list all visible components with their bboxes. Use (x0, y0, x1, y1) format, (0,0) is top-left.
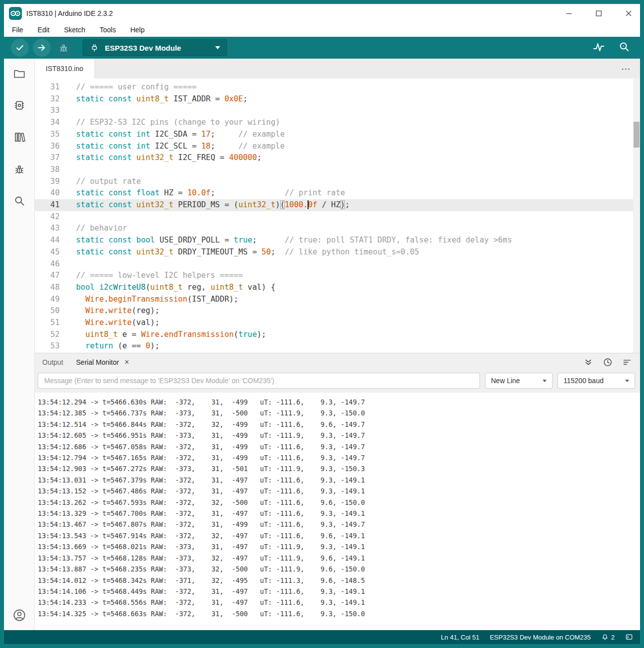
debug-sidebar-icon[interactable] (12, 162, 26, 176)
arrow-right-icon (37, 43, 47, 53)
baud-rate-select[interactable]: 115200 baud (558, 373, 635, 389)
clear-output-icon[interactable] (622, 357, 633, 368)
code-line-41[interactable]: 41static const uint32_t PERIOD_MS = (uin… (35, 199, 640, 211)
code-text: static const uint32_t DRDY_TIMEOUT_MS = … (76, 246, 419, 258)
code-line-39[interactable]: 39// output rate (35, 176, 640, 188)
notification-count: 2 (611, 634, 615, 641)
line-number: 36 (35, 141, 60, 153)
serial-message-input[interactable] (38, 373, 480, 389)
code-line-33[interactable]: 33 (35, 105, 640, 117)
toolbar-right (592, 41, 633, 55)
board-port-status[interactable]: ESP32S3 Dev Module on COM235 (490, 634, 591, 641)
serial-monitor-icon[interactable] (618, 41, 630, 55)
library-manager-icon[interactable] (12, 130, 26, 144)
code-line-47[interactable]: 47// ===== low-level I2C helpers ===== (35, 270, 640, 282)
code-line-32[interactable]: 32static const uint8_t IST_ADDR = 0x0E; (35, 93, 640, 105)
chevron-down-icon (215, 46, 220, 49)
serial-output[interactable]: 13:54:12.294 -> t=5466.630s RAW: -372, 3… (35, 393, 640, 630)
code-text: Wire.write(reg); (76, 305, 160, 317)
menu-sketch[interactable]: Sketch (62, 25, 87, 35)
menu-tools[interactable]: Tools (98, 25, 118, 35)
arduino-ide-window: IST8310 | Arduino IDE 2.3.2 File Edit Sk… (0, 0, 644, 648)
usb-icon (89, 43, 99, 53)
output-tab-label: Output (42, 358, 63, 366)
code-text: static const uint8_t IST_ADDR = 0x0E; (76, 93, 247, 105)
code-line-36[interactable]: 36static const int I2C_SCL = 18; // exam… (35, 141, 640, 153)
minimize-button[interactable] (565, 10, 572, 17)
code-line-42[interactable]: 42 (35, 211, 640, 223)
timestamp-toggle-icon[interactable] (602, 357, 613, 368)
code-line-37[interactable]: 37static const uint32_t I2C_FREQ = 40000… (35, 152, 640, 164)
code-line-44[interactable]: 44static const bool USE_DRDY_POLL = true… (35, 235, 640, 246)
line-ending-select[interactable]: New Line (485, 373, 553, 389)
boards-manager-icon[interactable] (12, 98, 26, 112)
line-number: 41 (35, 199, 60, 211)
scrollbar-thumb[interactable] (634, 122, 640, 148)
serial-line: 13:54:12.294 -> t=5466.630s RAW: -372, 3… (38, 397, 640, 407)
code-text: static const uint32_t PERIOD_MS = (uint3… (76, 199, 350, 211)
panel-tabbar: Output Serial Monitor × (35, 353, 640, 371)
serial-line: 13:54:14.233 -> t=5468.556s RAW: -372, 3… (38, 597, 640, 608)
search-icon[interactable] (12, 194, 26, 208)
close-button[interactable] (625, 10, 632, 17)
line-number: 39 (35, 176, 60, 188)
code-line-40[interactable]: 40static const float HZ = 10.0f; // prin… (35, 187, 640, 199)
check-icon (15, 43, 25, 53)
close-icon[interactable]: × (124, 358, 129, 366)
baud-rate-value: 115200 baud (564, 377, 604, 385)
code-line-53[interactable]: 53 return (e == 0); (35, 340, 640, 352)
code-line-34[interactable]: 34// ESP32-S3 I2C pins (change to your w… (35, 117, 640, 129)
code-line-43[interactable]: 43// behavior (35, 223, 640, 235)
menubar: File Edit Sketch Tools Help (4, 23, 640, 37)
serial-line: 13:54:12.605 -> t=5466.951s RAW: -373, 3… (38, 430, 640, 441)
serial-line: 13:54:12.686 -> t=5467.058s RAW: -372, 3… (38, 441, 640, 452)
editor-actions-menu[interactable]: ⋯ (621, 63, 640, 75)
code-line-48[interactable]: 48bool i2cWriteU8(uint8_t reg, uint8_t v… (35, 282, 640, 294)
line-number: 38 (35, 164, 60, 176)
board-selector[interactable]: ESP32S3 Dev Module (82, 39, 227, 56)
code-line-52[interactable]: 52 uint8_t e = Wire.endTransmission(true… (35, 329, 640, 341)
code-text: // behavior (76, 223, 127, 235)
code-line-38[interactable]: 38 (35, 164, 640, 176)
serial-line: 13:54:13.152 -> t=5467.486s RAW: -372, 3… (38, 486, 640, 496)
serial-line: 13:54:12.794 -> t=5467.165s RAW: -372, 3… (38, 452, 640, 463)
code-line-50[interactable]: 50 Wire.write(reg); (35, 305, 640, 317)
serial-line: 13:54:14.106 -> t=5468.449s RAW: -372, 3… (38, 586, 640, 597)
line-ending-value: New Line (491, 377, 520, 385)
code-text: static const int I2C_SDA = 17; // exampl… (76, 129, 285, 141)
tab-serial-monitor[interactable]: Serial Monitor × (70, 353, 136, 371)
editor-tabbar: IST8310.ino ⋯ (35, 59, 640, 79)
account-icon[interactable] (12, 608, 26, 622)
code-line-35[interactable]: 35static const int I2C_SDA = 17; // exam… (35, 129, 640, 141)
menu-file[interactable]: File (10, 25, 25, 35)
notifications-bell[interactable]: 2 (601, 634, 615, 641)
code-line-31[interactable]: 31// ===== user config ===== (35, 81, 640, 93)
code-line-51[interactable]: 51 Wire.write(val); (35, 317, 640, 329)
code-editor[interactable]: 31// ===== user config =====32static con… (35, 79, 640, 353)
line-number: 52 (35, 329, 60, 341)
tab-ist8310-ino[interactable]: IST8310.ino (35, 59, 95, 79)
serial-plotter-icon[interactable] (592, 41, 605, 55)
code-text: Wire.write(val); (76, 317, 160, 329)
maximize-button[interactable] (595, 10, 602, 17)
menu-edit[interactable]: Edit (36, 25, 52, 35)
menu-help[interactable]: Help (128, 25, 147, 35)
bell-icon (601, 634, 609, 641)
code-line-46[interactable]: 46 (35, 258, 640, 270)
sketchbook-folder-icon[interactable] (12, 67, 26, 81)
line-number: 47 (35, 270, 60, 282)
code-line-49[interactable]: 49 Wire.beginTransmission(IST_ADDR); (35, 294, 640, 306)
verify-button[interactable] (11, 39, 29, 57)
tab-output[interactable]: Output (36, 353, 70, 371)
debug-button[interactable] (55, 39, 73, 57)
code-text: // ESP32-S3 I2C pins (change to your wir… (76, 117, 280, 129)
line-number: 31 (35, 81, 60, 93)
line-number: 43 (35, 223, 60, 235)
editor-scrollbar[interactable] (633, 79, 640, 353)
panel-actions (583, 357, 640, 368)
collapse-panel-icon[interactable] (583, 357, 594, 368)
cursor-position[interactable]: Ln 41, Col 51 (441, 634, 479, 641)
upload-button[interactable] (33, 39, 51, 57)
code-line-45[interactable]: 45static const uint32_t DRDY_TIMEOUT_MS … (35, 246, 640, 258)
serial-terminal-icon[interactable] (625, 633, 633, 641)
